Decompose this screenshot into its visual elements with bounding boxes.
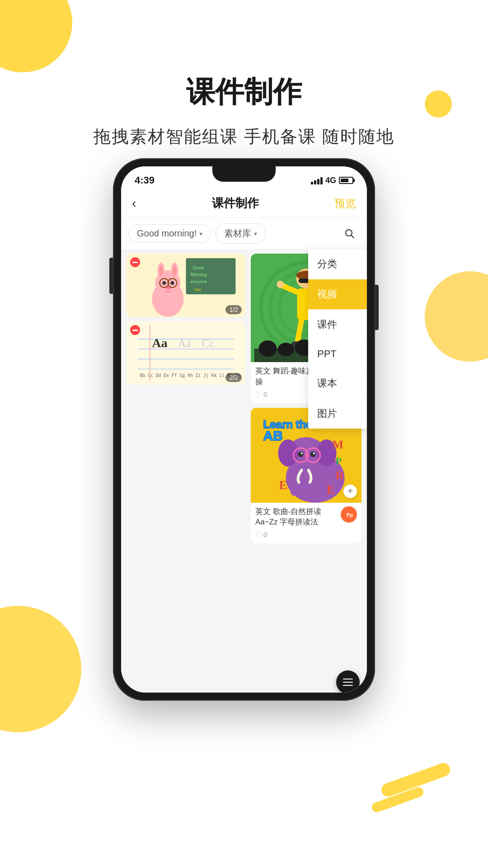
fab-menu-button[interactable] [336,670,360,693]
hamburger-line-2 [343,682,353,683]
dropdown-item-textbook[interactable]: 课本 [308,368,367,399]
signal-bars [311,176,323,184]
svg-point-40 [277,281,284,288]
svg-line-1 [352,235,354,238]
svg-text:P: P [335,455,341,467]
back-button[interactable]: ‹ [132,196,136,211]
hamburger-icon [343,679,353,686]
dropdown-item-ppt[interactable]: PPT [308,340,367,368]
svg-text:Morning: Morning [190,272,206,277]
svg-point-13 [173,265,176,276]
filter-bar: Good morning! ▾ 素材库 ▾ [121,218,367,249]
signal-bar-1 [311,182,313,184]
material-filter-button[interactable]: 素材库 ▾ [216,223,266,244]
dropdown-item-image[interactable]: 图片 [308,399,367,429]
svg-point-17 [162,281,166,285]
lesson-filter-chevron: ▾ [199,230,202,237]
battery-fill [341,179,348,182]
dropdown-menu: 分类 视频 课件 PPT 课本 图片 [308,249,367,429]
card-alphabet[interactable]: Aa Aa Cc Bb Cc Dd Ee Ff Gg Hh Ii Jj Kk L… [127,321,245,385]
svg-point-12 [159,265,163,276]
deco-circle-right-mid [425,271,488,362]
svg-point-57 [278,439,298,467]
card-learn-abc-title: 英文 歌曲-自然拼读 Aa~Zz 字母拼读法 [255,506,337,528]
search-icon [344,228,355,239]
hamburger-line-1 [343,679,353,679]
signal-bar-3 [317,179,319,184]
dropdown-item-courseware[interactable]: 课件 [308,310,367,340]
material-filter-chevron: ▾ [254,230,257,237]
signal-bar-4 [320,177,323,184]
svg-point-19 [166,287,170,289]
dropdown-item-video[interactable]: 视频 [308,279,367,310]
status-icons: 4G [311,176,353,185]
svg-point-63 [310,452,315,457]
deco-circle-bottom-left [0,606,81,732]
alphabet-illustration: Aa Aa Cc Bb Cc Dd Ee Ff Gg Hh Ii Jj Kk L… [130,325,242,381]
publisher-icon: Pp [344,510,353,519]
card-dance-likes-count: 0 [263,391,267,398]
card-morning[interactable]: Good Morning everyone Kibo [127,254,245,317]
card-alphabet-thumb: Aa Aa Cc Bb Cc Dd Ee Ff Gg Hh Ii Jj Kk L… [127,321,245,385]
phone-screen: 4:39 4G ‹ 课件制作 预览 [121,166,367,693]
material-filter-label: 素材库 [224,227,251,240]
app-header: ‹ 课件制作 预览 [121,189,367,218]
deco-circle-top-right [425,90,452,118]
remove-badge-morning[interactable] [130,257,140,267]
phone-notch [212,166,276,182]
lesson-filter-button[interactable]: Good morning! ▾ [128,224,211,243]
svg-point-18 [170,281,174,285]
status-4g: 4G [325,176,336,185]
svg-text:AB: AB [263,428,282,443]
svg-text:E: E [279,478,287,492]
svg-point-64 [300,453,302,454]
dropdown-item-category[interactable]: 分类 [308,249,367,279]
remove-badge-alphabet[interactable] [130,325,140,335]
svg-text:Aa: Aa [152,336,168,350]
svg-text:Kibo: Kibo [194,288,202,292]
svg-text:Aa: Aa [178,337,191,349]
svg-text:Pp: Pp [347,512,353,518]
search-button[interactable] [340,224,360,244]
svg-text:Good: Good [192,265,203,270]
hamburger-line-3 [343,685,353,686]
signal-bar-2 [314,180,316,184]
battery-icon [339,177,353,184]
svg-point-48 [277,343,294,356]
card-learn-abc-body: 英文 歌曲-自然拼读 Aa~Zz 字母拼读法 Pp ♡ [251,503,361,544]
content-area: Good Morning everyone Kibo [121,249,367,693]
card-learn-abc-likes-count: 0 [263,531,267,538]
phone-frame: 4:39 4G ‹ 课件制作 预览 [113,158,375,701]
svg-text:Cc: Cc [202,337,215,349]
svg-text:R: R [335,469,344,482]
heart-icon-2: ♡ [255,530,262,539]
lesson-filter-label: Good morning! [137,228,197,239]
preview-button[interactable]: 预览 [334,196,356,211]
page-subtitle: 拖拽素材智能组课 手机备课 随时随地 [0,125,488,148]
deco-circle-top-left [0,0,72,72]
svg-text:M: M [332,438,343,451]
card-morning-thumb: Good Morning everyone Kibo [127,254,245,317]
phone-mockup: 4:39 4G ‹ 课件制作 预览 [113,158,375,701]
svg-text:everyone: everyone [190,279,207,284]
card-learn-abc-likes: ♡ 0 [255,530,357,539]
svg-point-62 [298,452,303,457]
counter-morning: 1/2 [225,305,241,314]
svg-text:E: E [326,482,335,496]
publisher-badge: Pp [341,506,357,523]
heart-icon: ♡ [255,390,262,399]
header-title: 课件制作 [212,195,259,211]
counter-alphabet: 2/2 [225,373,241,382]
svg-point-65 [313,453,314,454]
svg-point-47 [258,340,277,357]
page-title: 课件制作 [0,72,488,112]
bottom-preview [121,638,367,693]
left-column: Good Morning everyone Kibo [121,249,249,693]
add-button[interactable]: + [343,485,357,498]
status-time: 4:39 [135,175,155,186]
